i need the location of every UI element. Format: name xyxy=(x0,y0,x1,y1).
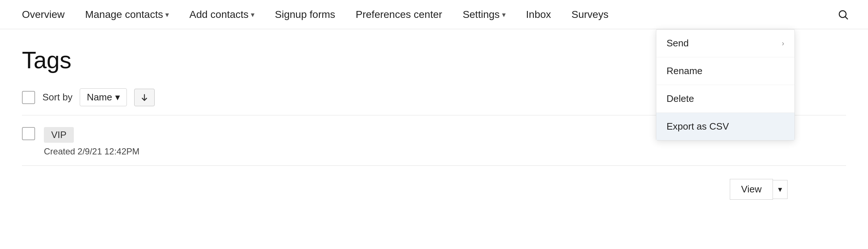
tag-created-date: Created 2/9/21 12:42PM xyxy=(44,146,846,157)
context-menu-item-send[interactable]: Send› xyxy=(656,30,795,57)
nav-label-inbox: Inbox xyxy=(526,9,551,20)
sort-dropdown[interactable]: Name ▾ xyxy=(80,88,127,106)
nav-label-surveys: Surveys xyxy=(571,9,608,20)
nav-label-add-contacts: Add contacts xyxy=(189,9,249,20)
tag-badge: VIP xyxy=(44,127,74,143)
context-menu-label-rename: Rename xyxy=(667,65,702,77)
nav-item-add-contacts[interactable]: Add contacts▾ xyxy=(179,0,265,29)
nav-label-manage-contacts: Manage contacts xyxy=(85,9,163,20)
nav-label-preferences-center: Preferences center xyxy=(356,9,442,20)
sort-direction-button[interactable] xyxy=(134,89,155,106)
context-menu: Send›RenameDeleteExport as CSV xyxy=(656,29,795,141)
context-menu-label-export-csv: Export as CSV xyxy=(667,121,729,132)
search-button[interactable] xyxy=(830,0,856,29)
nav-item-preferences-center[interactable]: Preferences center xyxy=(346,0,453,29)
feedback-tab[interactable]: Feedback xyxy=(819,73,868,89)
view-button[interactable]: View xyxy=(730,179,773,200)
nav-label-signup-forms: Signup forms xyxy=(275,9,335,20)
nav-item-overview[interactable]: Overview xyxy=(12,0,75,29)
nav-item-manage-contacts[interactable]: Manage contacts▾ xyxy=(75,0,179,29)
sort-label: Sort by xyxy=(42,92,72,103)
tag-checkbox[interactable] xyxy=(22,127,35,140)
nav-chevron-settings: ▾ xyxy=(502,10,506,19)
nav-label-overview: Overview xyxy=(22,9,65,20)
svg-line-1 xyxy=(845,17,848,19)
sort-down-icon xyxy=(140,93,149,102)
nav-chevron-manage-contacts: ▾ xyxy=(165,10,169,19)
nav-item-inbox[interactable]: Inbox xyxy=(516,0,562,29)
context-menu-label-delete: Delete xyxy=(667,93,694,104)
svg-point-0 xyxy=(839,11,846,18)
sort-value: Name xyxy=(87,92,112,103)
top-nav: OverviewManage contacts▾Add contacts▾Sig… xyxy=(0,0,868,29)
nav-chevron-add-contacts: ▾ xyxy=(251,10,254,19)
view-button-group: View ▾ xyxy=(730,179,788,200)
sort-chevron-icon: ▾ xyxy=(115,92,120,103)
nav-label-settings: Settings xyxy=(463,9,499,20)
context-menu-arrow-send: › xyxy=(782,39,784,47)
context-menu-label-send: Send xyxy=(667,38,689,49)
select-all-checkbox[interactable] xyxy=(22,91,35,104)
context-menu-item-export-csv[interactable]: Export as CSV xyxy=(656,113,795,140)
context-menu-item-delete[interactable]: Delete xyxy=(656,85,795,113)
context-menu-item-rename[interactable]: Rename xyxy=(656,57,795,85)
view-dropdown-button[interactable]: ▾ xyxy=(773,180,788,199)
nav-item-settings[interactable]: Settings▾ xyxy=(452,0,516,29)
nav-item-signup-forms[interactable]: Signup forms xyxy=(265,0,346,29)
nav-item-surveys[interactable]: Surveys xyxy=(561,0,619,29)
